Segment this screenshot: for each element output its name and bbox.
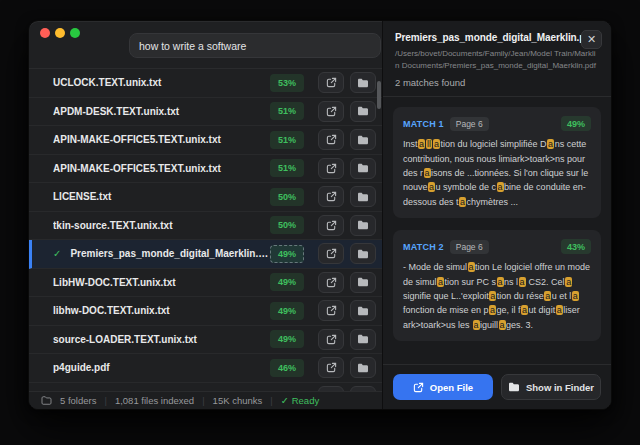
- file-row[interactable]: ✓ source-LOADER.TEXT.unix.txt 49%: [29, 326, 384, 355]
- open-external-button[interactable]: [318, 357, 344, 378]
- match-score-badge: 49%: [561, 116, 591, 131]
- match-text: Installation du logiciel simplifiée Dans…: [403, 137, 591, 209]
- open-external-button[interactable]: [318, 300, 344, 321]
- open-external-button[interactable]: [318, 72, 344, 93]
- reveal-in-folder-button[interactable]: [350, 101, 376, 122]
- file-name: source-LOADER.TEXT.unix.txt: [53, 334, 270, 345]
- desktop-background: ✓ UCLOCK.TEXT.unix.txt 53% ✓ APDM-DESK.T…: [0, 0, 640, 445]
- file-row[interactable]: ✓ APIN-MAKE-OFFICE5.TEXT.unix.txt 51%: [29, 155, 384, 184]
- external-link-icon: [413, 382, 424, 393]
- open-external-button[interactable]: [318, 186, 344, 207]
- match-card[interactable]: MATCH 2 Page 6 43% - Mode de simulation …: [393, 230, 601, 341]
- matches-found-label: 2 matches found: [395, 77, 599, 88]
- open-external-button[interactable]: [318, 101, 344, 122]
- reveal-in-folder-button[interactable]: [350, 129, 376, 150]
- file-row[interactable]: ✓ Premiers_pas_monde_digital_Maerklin.pd…: [29, 240, 384, 269]
- file-name: UCLOCK.TEXT.unix.txt: [53, 77, 270, 88]
- minimize-window-button[interactable]: [55, 28, 65, 38]
- reveal-in-folder-button[interactable]: [350, 158, 376, 179]
- match-score-badge: 50%: [270, 188, 304, 206]
- external-link-icon: [326, 248, 337, 259]
- external-link-icon: [326, 163, 337, 174]
- open-external-button[interactable]: [318, 272, 344, 293]
- reveal-in-folder-button[interactable]: [350, 72, 376, 93]
- external-link-icon: [326, 134, 337, 145]
- file-name: libhw-DOC.TEXT.unix.txt: [53, 305, 270, 316]
- match-score-badge: 49%: [270, 302, 304, 320]
- open-external-button[interactable]: [318, 329, 344, 350]
- scrollbar-thumb[interactable]: [377, 81, 381, 109]
- status-folders: 5 folders: [60, 395, 96, 406]
- open-file-label: Open File: [430, 382, 473, 393]
- file-name: p4guide.pdf: [53, 362, 270, 373]
- folder-icon: [508, 382, 520, 392]
- match-card[interactable]: MATCH 1 Page 6 49% Installation du logic…: [393, 107, 601, 218]
- results-section: ✓ UCLOCK.TEXT.unix.txt 53% ✓ APDM-DESK.T…: [29, 21, 384, 409]
- file-list[interactable]: ✓ UCLOCK.TEXT.unix.txt 53% ✓ APDM-DESK.T…: [29, 69, 384, 391]
- external-link-icon: [326, 220, 337, 231]
- open-external-button[interactable]: [318, 243, 344, 264]
- match-score-badge: 51%: [270, 159, 304, 177]
- file-row[interactable]: ✓ APIN-MAKE-OFFICE5.TEXT.unix.txt 51%: [29, 126, 384, 155]
- open-external-button[interactable]: [318, 129, 344, 150]
- traffic-lights: [40, 28, 80, 38]
- close-panel-button[interactable]: ✕: [581, 30, 602, 49]
- folder-icon: [357, 135, 369, 145]
- detail-file-path: /Users/bovet/Documents/Family/Jean/Model…: [395, 48, 599, 71]
- folder-icon: [357, 106, 369, 116]
- file-row[interactable]: ✓ LICENSE.txt 50%: [29, 183, 384, 212]
- match-score-badge: 49%: [270, 245, 304, 263]
- file-row[interactable]: ✓ tkin-source.TEXT.unix.txt 50%: [29, 212, 384, 241]
- open-external-button[interactable]: [318, 158, 344, 179]
- close-window-button[interactable]: [40, 28, 50, 38]
- folder-icon: [41, 396, 52, 405]
- match-score-badge: 51%: [270, 131, 304, 149]
- external-link-icon: [326, 77, 337, 88]
- search-input[interactable]: [129, 33, 381, 58]
- folder-icon: [357, 78, 369, 88]
- file-row[interactable]: ✓ libhw-DOC.TEXT.unix.txt 49%: [29, 297, 384, 326]
- file-name: LibHW-DOC.TEXT.unix.txt: [53, 277, 270, 288]
- file-name: APIN-MAKE-OFFICE5.TEXT.unix.txt: [53, 163, 270, 174]
- status-separator: |: [270, 395, 272, 406]
- reveal-in-folder-button[interactable]: [350, 357, 376, 378]
- match-label: MATCH 2: [403, 242, 444, 252]
- detail-panel-header: Premiers_pas_monde_digital_Maerklin.pdf …: [383, 21, 611, 97]
- titlebar: [29, 21, 384, 69]
- detail-panel-footer: Open File Show in Finder: [383, 364, 611, 409]
- match-text: - Mode de simulation Le logiciel offre u…: [403, 260, 591, 332]
- status-chunks: 15K chunks: [213, 395, 263, 406]
- file-row[interactable]: ✓ LibHW-DOC.TEXT.unix.txt 49%: [29, 269, 384, 298]
- detail-file-title: Premiers_pas_monde_digital_Maerklin.pdf: [395, 32, 599, 43]
- folder-icon: [357, 249, 369, 259]
- file-name: APDM-DESK.TEXT.unix.txt: [53, 106, 270, 117]
- file-row[interactable]: ✓ UCLOCK.TEXT.unix.txt 53%: [29, 69, 384, 98]
- match-label: MATCH 1: [403, 119, 444, 129]
- reveal-in-folder-button[interactable]: [350, 186, 376, 207]
- zoom-window-button[interactable]: [70, 28, 80, 38]
- reveal-in-folder-button[interactable]: [350, 243, 376, 264]
- open-file-button[interactable]: Open File: [393, 374, 493, 400]
- show-in-finder-label: Show in Finder: [526, 382, 594, 393]
- reveal-in-folder-button[interactable]: [350, 215, 376, 236]
- file-row[interactable]: ✓ APDM-DESK.TEXT.unix.txt 51%: [29, 98, 384, 127]
- match-page-pill: Page 6: [450, 240, 489, 254]
- match-score-badge: 50%: [270, 216, 304, 234]
- reveal-in-folder-button[interactable]: [350, 300, 376, 321]
- open-external-button[interactable]: [318, 215, 344, 236]
- status-ready: ✓ Ready: [281, 395, 319, 406]
- status-bar: 5 folders | 1,081 files indexed | 15K ch…: [29, 391, 384, 409]
- app-window: ✓ UCLOCK.TEXT.unix.txt 53% ✓ APDM-DESK.T…: [28, 20, 612, 410]
- file-row[interactable]: ✓ p4guide.pdf 46%: [29, 354, 384, 383]
- external-link-icon: [326, 106, 337, 117]
- file-name: tkin-source.TEXT.unix.txt: [53, 220, 270, 231]
- show-in-finder-button[interactable]: Show in Finder: [501, 374, 601, 400]
- reveal-in-folder-button[interactable]: [350, 272, 376, 293]
- file-row[interactable]: ✓: [29, 383, 384, 392]
- match-score-badge: 49%: [270, 330, 304, 348]
- status-separator: |: [202, 395, 204, 406]
- reveal-in-folder-button[interactable]: [350, 329, 376, 350]
- file-name: Premiers_pas_monde_digital_Maerklin.pdf: [70, 248, 270, 259]
- status-files-indexed: 1,081 files indexed: [115, 395, 194, 406]
- file-name: LICENSE.txt: [53, 191, 270, 202]
